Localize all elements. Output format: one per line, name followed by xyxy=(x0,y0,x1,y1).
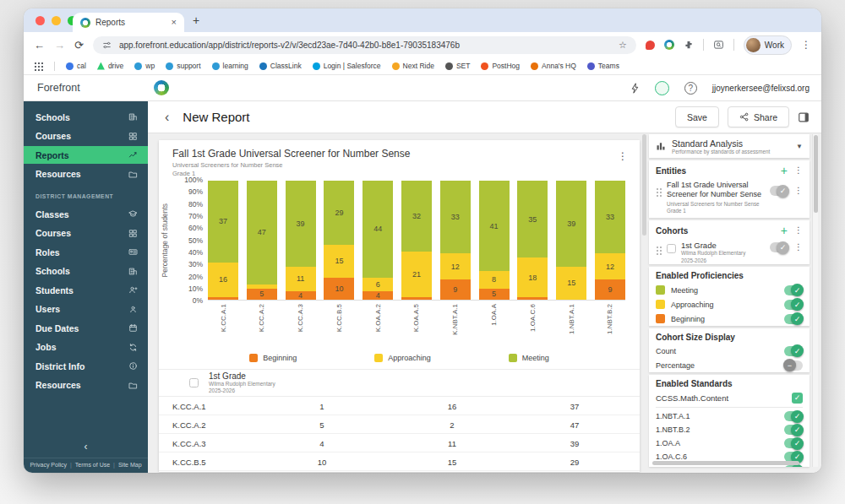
report-content: Fall 1st Grade Universal Screener for Nu… xyxy=(148,133,821,473)
proficiency-toggle-approaching[interactable]: ✓ xyxy=(784,300,803,310)
panel-horizontal-scrollbar[interactable] xyxy=(652,461,799,465)
add-cohort-icon[interactable]: + xyxy=(781,225,788,236)
sidebar-item-reports[interactable]: Reports xyxy=(24,146,148,164)
report-menu-icon[interactable]: ⋮ xyxy=(618,150,628,162)
proficiencies-section: Enabled Proficiencies Meeting✓Approachin… xyxy=(649,267,810,326)
browser-profile-button[interactable]: Work xyxy=(744,35,792,55)
quick-actions-bolt-icon[interactable] xyxy=(630,83,640,94)
tab-search-icon[interactable] xyxy=(713,40,724,50)
standards-group-checkbox[interactable]: ✓ xyxy=(792,393,803,404)
proficiency-toggle-beginning[interactable]: ✓ xyxy=(784,314,803,324)
bookmark-learning[interactable]: learning xyxy=(212,62,248,70)
drag-handle-icon[interactable] xyxy=(656,187,662,197)
cohorts-menu-icon[interactable]: ⋮ xyxy=(794,226,803,235)
analysis-type-selector[interactable]: Standard Analysis Performance by standar… xyxy=(649,134,810,158)
bookmark-classlink[interactable]: ClassLink xyxy=(259,62,302,70)
cohort-item-checkbox[interactable] xyxy=(667,244,676,253)
new-tab-button[interactable]: + xyxy=(193,14,199,27)
extension-icons: Work ⋮ xyxy=(646,35,811,55)
browser-menu-icon[interactable]: ⋮ xyxy=(801,39,811,51)
sidebar-item-resources[interactable]: Resources xyxy=(24,165,148,183)
share-button[interactable]: Share xyxy=(728,106,789,127)
sidebar-item-jobs[interactable]: Jobs xyxy=(24,339,148,356)
cohort-item[interactable]: 1st Grade Wilma Rudolph Elementary 2025-… xyxy=(656,241,803,264)
reload-icon[interactable]: ⟳ xyxy=(74,40,84,51)
cohort-checkbox[interactable] xyxy=(189,378,199,387)
apps-grid-icon[interactable] xyxy=(34,62,43,71)
proficiency-toggle-meeting[interactable]: ✓ xyxy=(784,285,803,295)
forward-icon[interactable]: → xyxy=(54,40,65,51)
user-email[interactable]: jjoynerkersee@felixsd.org xyxy=(712,84,810,93)
bookmark-set[interactable]: SET xyxy=(445,62,471,70)
bookmark-teams[interactable]: Teams xyxy=(587,62,619,70)
y-tick-label: 30% xyxy=(188,261,203,268)
entity-toggle[interactable]: ✓ xyxy=(770,186,788,196)
table-row-k-cc-a-2[interactable]: K.CC.A.25247 xyxy=(159,415,640,434)
bookmark-support[interactable]: support xyxy=(166,62,200,70)
brand-name[interactable]: Forefront xyxy=(37,82,154,94)
sidebar-item-resources[interactable]: Resources xyxy=(24,377,148,394)
table-row-k-cc-a-3[interactable]: K.CC.A.341139 xyxy=(159,434,640,453)
entity-item[interactable]: Fall 1st Grade Universal Screener for Nu… xyxy=(656,181,803,215)
standard-toggle-1-nbt-b-2[interactable]: ✓ xyxy=(784,425,803,435)
entity-menu-icon[interactable]: ⋮ xyxy=(794,187,803,195)
help-icon[interactable]: ? xyxy=(684,82,697,95)
standard-toggle-k-cc-a-1[interactable]: ✓ xyxy=(784,465,803,467)
back-chevron-icon[interactable]: ‹ xyxy=(165,111,169,124)
standards-group-row[interactable]: CCSS.Math.Content ✓ xyxy=(656,390,803,405)
footer-link-site-map[interactable]: Site Map xyxy=(118,462,142,468)
x-label-1-nbt-b-2: 1.NBT.B.2 xyxy=(595,304,625,351)
standard-toggle-1-nbt-a-1[interactable]: ✓ xyxy=(784,411,803,421)
close-window-button[interactable] xyxy=(35,16,45,25)
cohort-menu-icon[interactable]: ⋮ xyxy=(794,243,803,252)
sidebar-item-users[interactable]: Users xyxy=(24,301,148,318)
table-standard-label: K.CC.A.2 xyxy=(172,420,206,430)
bookmark-cal[interactable]: cal xyxy=(66,62,86,70)
sidebar-item-due-dates[interactable]: Due Dates xyxy=(24,319,148,337)
x-label-text: K.NBT.A.1 xyxy=(451,304,459,335)
save-button[interactable]: Save xyxy=(675,106,719,127)
cohort-toggle[interactable]: ✓ xyxy=(770,242,788,252)
bookmark-favicon xyxy=(392,62,400,70)
sidebar-collapse-button[interactable]: ‹ xyxy=(24,436,148,458)
tab-close-icon[interactable]: × xyxy=(172,18,177,27)
address-bar[interactable]: app.forefront.education/app/district/rep… xyxy=(93,36,636,54)
extension-icon-red[interactable] xyxy=(646,41,655,50)
add-entity-icon[interactable]: + xyxy=(781,165,788,176)
cohort-size-toggle-percentage[interactable]: − xyxy=(784,360,803,371)
cohort-size-toggle-count[interactable]: ✓ xyxy=(784,346,803,356)
bookmark-login-salesforce[interactable]: Login | Salesforce xyxy=(313,62,381,70)
bookmark-next-ride[interactable]: Next Ride xyxy=(392,62,434,70)
segment-meeting: 33 xyxy=(595,181,625,253)
bookmark-anna-s-hq[interactable]: Anna's HQ xyxy=(531,62,576,70)
sidebar-item-roles[interactable]: Roles xyxy=(24,243,148,261)
back-icon[interactable]: ← xyxy=(34,40,45,51)
bookmark-drive[interactable]: drive xyxy=(97,62,123,70)
browser-tab-reports[interactable]: Reports × xyxy=(73,13,184,32)
entities-menu-icon[interactable]: ⋮ xyxy=(794,166,803,175)
main-scrollbar[interactable] xyxy=(642,134,647,467)
bookmark-posthog[interactable]: PostHog xyxy=(481,62,520,70)
sidebar-item-schools[interactable]: Schools xyxy=(24,108,148,126)
extensions-puzzle-icon[interactable] xyxy=(684,40,694,50)
sidebar-item-schools[interactable]: Schools xyxy=(24,263,148,280)
user-avatar-icon[interactable] xyxy=(655,81,669,95)
panel-vertical-scrollbar[interactable] xyxy=(812,134,818,467)
sidebar-item-classes[interactable]: Classes xyxy=(24,205,148,223)
sidebar-item-courses[interactable]: Courses xyxy=(24,225,148,242)
minimize-window-button[interactable] xyxy=(52,16,61,25)
bookmark-star-icon[interactable]: ☆ xyxy=(619,40,627,51)
sidebar-item-courses[interactable]: Courses xyxy=(24,127,148,145)
sidebar-item-district-info[interactable]: District Info xyxy=(24,357,148,375)
drag-handle-icon[interactable] xyxy=(656,246,662,255)
table-row-k-cc-a-1[interactable]: K.CC.A.111637 xyxy=(159,397,640,415)
sidebar-item-students[interactable]: Students xyxy=(24,281,148,299)
table-row-k-cc-b-5[interactable]: K.CC.B.5101529 xyxy=(159,453,640,471)
toggle-panel-icon[interactable] xyxy=(798,111,810,123)
extension-icon-forefront[interactable] xyxy=(664,40,674,50)
standard-toggle-1-oa-a[interactable]: ✓ xyxy=(784,438,803,448)
bookmark-wp[interactable]: wp xyxy=(134,62,155,70)
footer-link-privacy-policy[interactable]: Privacy Policy xyxy=(30,462,67,468)
site-settings-icon[interactable] xyxy=(102,41,112,50)
footer-link-terms-of-use[interactable]: Terms of Use xyxy=(75,462,110,468)
